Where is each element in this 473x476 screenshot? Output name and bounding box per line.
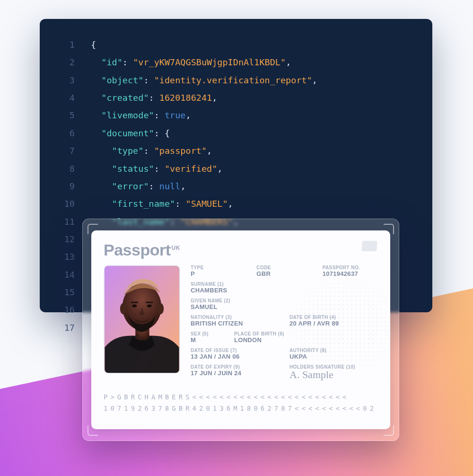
value-issue: 13 JAN / JAN 06 xyxy=(191,353,279,360)
chip-icon xyxy=(361,241,377,251)
code-content: "type": "passport", xyxy=(91,142,212,159)
label-type: TYPE xyxy=(191,265,246,270)
code-content: "id": "vr_yKW7AQGSBuWjgpIDnAl1KBDL", xyxy=(91,53,291,71)
code-content: "created": 1620186241, xyxy=(91,89,217,106)
line-number: 16 xyxy=(54,301,75,318)
line-number: 15 xyxy=(54,283,75,301)
code-content: "livemode": true, xyxy=(91,106,191,124)
label-sex: SEX (5) xyxy=(191,331,224,336)
label-issue: DATE OF ISSUE (7) xyxy=(191,348,279,353)
label-code: CODE xyxy=(256,265,312,270)
code-content: "first_name": "SAMUEL", xyxy=(91,195,233,212)
label-expiry: DATE OF EXPIRY (9) xyxy=(191,364,279,370)
line-number: 3 xyxy=(54,71,75,89)
code-content: "document": { xyxy=(91,124,170,142)
code-line: 7 "type": "passport", xyxy=(54,142,418,159)
mrz-line-1: P>GBRCHAMBERS<<<<<<<<<<<<<<<<<<<<<<< xyxy=(104,392,378,403)
line-number: 5 xyxy=(54,106,75,124)
code-line: 5 "livemode": true, xyxy=(54,106,418,124)
value-sex: M xyxy=(191,336,224,344)
line-number: 1 xyxy=(54,36,75,53)
line-number: 2 xyxy=(54,53,75,71)
mrz: P>GBRCHAMBERS<<<<<<<<<<<<<<<<<<<<<<< 107… xyxy=(104,392,378,414)
code-content: "object": "identity.verification_report"… xyxy=(91,71,317,89)
passport-card: PassportUK xyxy=(91,230,390,429)
svg-rect-9 xyxy=(105,266,179,373)
code-line: 6 "document": { xyxy=(54,124,418,142)
label-number: PASSPORT NO. xyxy=(323,265,378,270)
line-number: 12 xyxy=(54,230,75,248)
passport-title-text: Passport xyxy=(104,241,171,259)
value-expiry: 17 JUN / JUIN 24 xyxy=(191,370,279,377)
value-nationality: BRITISH CITIZEN xyxy=(191,320,279,327)
canvas: 1{2 "id": "vr_yKW7AQGSBuWjgpIDnAl1KBDL",… xyxy=(0,0,473,476)
line-number: 13 xyxy=(54,248,75,265)
label-nationality: NATIONALITY (3) xyxy=(191,315,279,320)
line-number: 7 xyxy=(54,142,75,159)
line-number: 8 xyxy=(54,160,75,177)
line-number: 4 xyxy=(54,89,75,106)
code-line: 10 "first_name": "SAMUEL", xyxy=(54,195,418,212)
line-number: 6 xyxy=(54,124,75,142)
line-number: 17 xyxy=(54,319,75,336)
line-number: 14 xyxy=(54,266,75,283)
line-number: 10 xyxy=(54,195,75,212)
value-type: P xyxy=(191,270,246,277)
watermark-icon xyxy=(281,273,390,377)
code-line: 1{ xyxy=(54,36,418,53)
code-content: "status": "verified", xyxy=(91,160,222,177)
code-line: 4 "created": 1620186241, xyxy=(54,89,418,106)
passport-photo xyxy=(104,265,180,374)
passport-frame: PassportUK xyxy=(82,219,399,441)
code-content: "error": null, xyxy=(91,177,186,195)
passport-title: PassportUK xyxy=(104,241,378,259)
code-line: 8 "status": "verified", xyxy=(54,160,418,177)
code-line: 9 "error": null, xyxy=(54,177,418,195)
line-number: 9 xyxy=(54,177,75,195)
code-line: 2 "id": "vr_yKW7AQGSBuWjgpIDnAl1KBDL", xyxy=(54,53,418,71)
code-line: 3 "object": "identity.verification_repor… xyxy=(54,71,418,89)
line-number: 11 xyxy=(54,213,75,230)
mrz-line-2: 1071926378GBR420136M18062787<<<<<<<<<<02 xyxy=(104,403,378,414)
passport-title-suffix: UK xyxy=(172,245,180,251)
code-content: { xyxy=(91,36,96,53)
